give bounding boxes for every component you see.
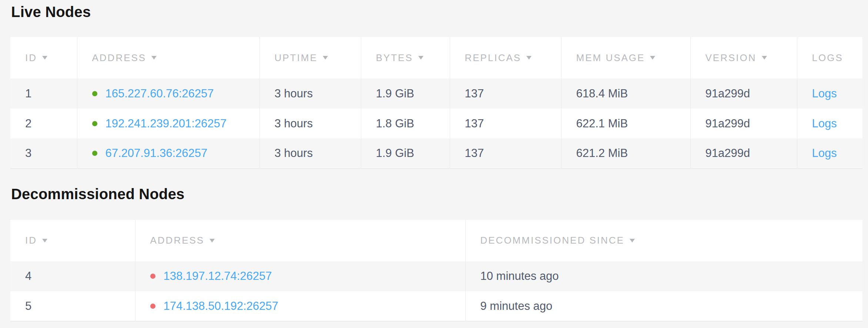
sort-arrow-icon: [650, 56, 655, 60]
node-id-cell: 4: [10, 261, 135, 291]
column-label: ADDRESS: [150, 235, 205, 246]
node-address-cell: 67.207.91.36:26257: [77, 138, 259, 168]
column-header-decommissioned-since[interactable]: DECOMMISSIONED SINCE: [465, 220, 862, 261]
column-label: ID: [25, 52, 37, 64]
column-label: DECOMMISSIONED SINCE: [480, 235, 624, 246]
node-live-status-icon: [92, 151, 97, 156]
table-row: 4 138.197.12.74:26257 10 minutes ago: [10, 261, 862, 291]
column-label: UPTIME: [275, 52, 318, 64]
table-row: 5 174.138.50.192:26257 9 minutes ago: [10, 291, 862, 321]
sort-arrow-icon: [323, 56, 328, 60]
column-label: REPLICAS: [465, 52, 522, 64]
node-logs-cell: Logs: [797, 108, 862, 138]
node-address-link[interactable]: 174.138.50.192:26257: [164, 299, 278, 313]
sort-arrow-icon: [210, 239, 215, 242]
column-label: MEM USAGE: [576, 52, 645, 64]
node-decommissioned-since-cell: 10 minutes ago: [465, 261, 862, 291]
node-live-status-icon: [92, 121, 97, 126]
column-header-uptime[interactable]: UPTIME: [259, 37, 361, 78]
node-version-cell: 91a299d: [690, 78, 797, 108]
node-address-cell: 174.138.50.192:26257: [135, 291, 465, 321]
node-id-cell: 3: [10, 138, 77, 168]
table-row: 1 165.227.60.76:26257 3 hours 1.9 GiB 13…: [10, 78, 862, 108]
sort-arrow-icon: [42, 56, 47, 60]
node-logs-cell: Logs: [797, 78, 862, 108]
node-address-link[interactable]: 138.197.12.74:26257: [164, 270, 272, 283]
column-header-id[interactable]: ID: [10, 220, 135, 261]
column-label: ID: [25, 235, 37, 246]
table-row: 3 67.207.91.36:26257 3 hours 1.9 GiB 137…: [10, 138, 862, 168]
node-logs-link[interactable]: Logs: [812, 87, 837, 100]
node-uptime-cell: 3 hours: [259, 138, 361, 168]
column-header-version[interactable]: VERSION: [690, 37, 797, 78]
column-label: BYTES: [376, 52, 413, 64]
column-header-id[interactable]: ID: [10, 37, 77, 78]
column-label: VERSION: [706, 52, 757, 64]
table-row: 2 192.241.239.201:26257 3 hours 1.8 GiB …: [10, 108, 862, 138]
node-logs-link[interactable]: Logs: [812, 117, 837, 130]
node-bytes-cell: 1.8 GiB: [361, 108, 450, 138]
column-header-address[interactable]: ADDRESS: [135, 220, 465, 261]
node-replicas-cell: 137: [450, 138, 561, 168]
column-header-mem-usage[interactable]: MEM USAGE: [561, 37, 690, 78]
node-replicas-cell: 137: [450, 108, 561, 138]
header-row: ID ADDRESS UPTIME BYTES REPLICAS MEM USA…: [10, 37, 862, 78]
node-address-cell: 192.241.239.201:26257: [77, 108, 259, 138]
live-nodes-table-header: ID ADDRESS UPTIME BYTES REPLICAS MEM USA…: [10, 37, 862, 78]
node-id-cell: 5: [10, 291, 135, 321]
node-mem-usage-cell: 622.1 MiB: [561, 108, 690, 138]
sort-arrow-icon: [526, 56, 532, 60]
node-version-cell: 91a299d: [690, 138, 797, 168]
node-mem-usage-cell: 618.4 MiB: [561, 78, 690, 108]
node-mem-usage-cell: 621.2 MiB: [561, 138, 690, 168]
sort-arrow-icon: [42, 239, 47, 242]
node-decommissioned-since-cell: 9 minutes ago: [465, 291, 862, 321]
node-live-status-icon: [92, 91, 97, 96]
node-version-cell: 91a299d: [690, 108, 797, 138]
sort-arrow-icon: [630, 239, 635, 242]
node-address-cell: 165.227.60.76:26257: [77, 78, 259, 108]
column-header-replicas[interactable]: REPLICAS: [450, 37, 561, 78]
column-header-address[interactable]: ADDRESS: [77, 37, 259, 78]
node-bytes-cell: 1.9 GiB: [361, 138, 450, 168]
node-uptime-cell: 3 hours: [259, 108, 361, 138]
node-decommissioned-status-icon: [150, 304, 155, 309]
node-bytes-cell: 1.9 GiB: [361, 78, 450, 108]
column-label: ADDRESS: [92, 52, 147, 64]
node-uptime-cell: 3 hours: [259, 78, 361, 108]
node-replicas-cell: 137: [450, 78, 561, 108]
decommissioned-nodes-table: ID ADDRESS DECOMMISSIONED SINCE 4 138.19…: [10, 220, 862, 322]
column-header-bytes[interactable]: BYTES: [361, 37, 450, 78]
decommissioned-nodes-table-header: ID ADDRESS DECOMMISSIONED SINCE: [10, 220, 862, 261]
node-address-link[interactable]: 192.241.239.201:26257: [105, 117, 227, 130]
nodes-page: Live Nodes ID ADDRESS UPTIME BYTES REPLI…: [0, 0, 868, 328]
node-logs-link[interactable]: Logs: [812, 147, 837, 160]
node-address-link[interactable]: 165.227.60.76:26257: [105, 87, 214, 100]
node-id-cell: 2: [10, 108, 77, 138]
node-logs-cell: Logs: [797, 138, 862, 168]
sort-arrow-icon: [151, 56, 157, 60]
node-address-cell: 138.197.12.74:26257: [135, 261, 465, 291]
column-header-logs: LOGS: [797, 37, 862, 78]
decommissioned-nodes-title: Decommissioned Nodes: [10, 185, 862, 203]
node-id-cell: 1: [10, 78, 77, 108]
live-nodes-title: Live Nodes: [10, 3, 862, 21]
sort-arrow-icon: [418, 56, 423, 60]
live-nodes-table: ID ADDRESS UPTIME BYTES REPLICAS MEM USA…: [10, 37, 862, 169]
node-address-link[interactable]: 67.207.91.36:26257: [105, 147, 208, 160]
sort-arrow-icon: [762, 56, 767, 60]
node-decommissioned-status-icon: [150, 274, 155, 279]
header-row: ID ADDRESS DECOMMISSIONED SINCE: [10, 220, 862, 261]
column-label: LOGS: [812, 52, 843, 64]
